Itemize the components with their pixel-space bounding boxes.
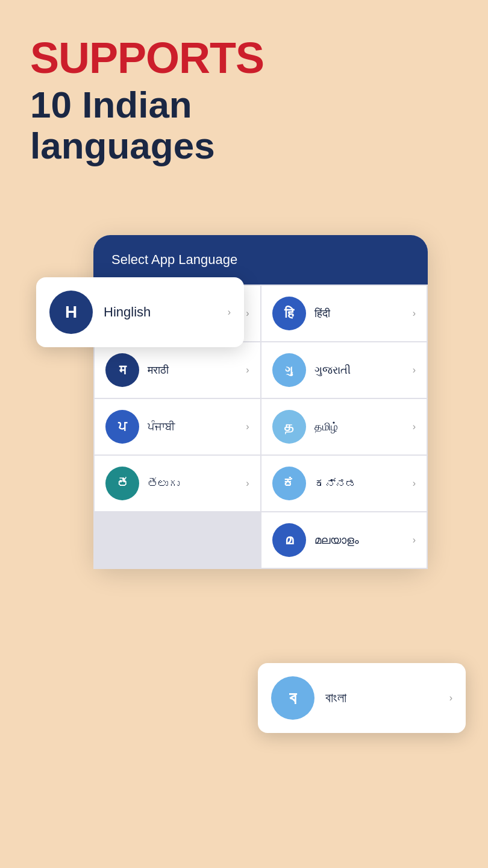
language-item-kannada[interactable]: ಕ ಕನ್ನಡ › (261, 456, 427, 511)
hinglish-name: Hinglish (104, 304, 217, 320)
supports-label: SUPPORTS (30, 36, 458, 80)
header-section: SUPPORTS 10 Indian languages (0, 0, 488, 184)
language-item-hindi[interactable]: हि हिंदी › (261, 286, 427, 341)
language-item-punjabi[interactable]: ਪ ਪੰਜਾਬੀ › (95, 399, 260, 454)
punjabi-name: ਪੰਜਾਬੀ (148, 421, 237, 433)
hindi-avatar: हि (272, 297, 306, 330)
language-item-tamil[interactable]: த தமிழ் › (261, 399, 427, 454)
tamil-chevron: › (413, 421, 416, 432)
gujarati-name: ગુજરાતી (314, 364, 404, 377)
hinglish-chevron: › (228, 307, 231, 318)
malayalam-chevron: › (413, 535, 416, 546)
telugu-chevron: › (246, 478, 249, 489)
kannada-name: ಕನ್ನಡ (314, 477, 404, 490)
language-item-telugu[interactable]: తె తెలుగు › (95, 456, 260, 511)
hinglish-avatar: H (49, 291, 93, 334)
malayalam-avatar: മ (272, 523, 306, 557)
marathi-chevron: › (246, 365, 249, 376)
language-item-malayalam[interactable]: മ മലയാളം › (261, 512, 427, 568)
language-item-gujarati[interactable]: ગુ ગુજરાતી › (261, 342, 427, 398)
bengali-chevron: › (449, 693, 452, 703)
telugu-avatar: తె (105, 467, 139, 500)
hindi-chevron: › (413, 308, 416, 319)
gujarati-avatar: ગુ (272, 353, 306, 387)
bengali-name: বাংলা (325, 690, 439, 706)
marathi-avatar: म (105, 353, 139, 387)
marathi-name: मराठी (148, 364, 237, 377)
kannada-avatar: ಕ (272, 467, 306, 500)
subtitle-text: 10 Indian languages (30, 84, 458, 166)
punjabi-chevron: › (246, 421, 249, 432)
english-chevron: › (246, 308, 249, 319)
telugu-name: తెలుగు (148, 477, 237, 490)
language-item-marathi[interactable]: म मराठी › (95, 342, 260, 398)
phone-header-title: Select App Language (111, 252, 237, 267)
gujarati-chevron: › (413, 365, 416, 376)
tamil-name: தமிழ் (314, 421, 404, 433)
punjabi-avatar: ਪ (105, 410, 139, 444)
hinglish-card[interactable]: H Hinglish › (36, 277, 244, 347)
bengali-card[interactable]: ব বাংলা › (258, 663, 466, 733)
bengali-avatar: ব (271, 676, 314, 720)
kannada-chevron: › (413, 478, 416, 489)
tamil-avatar: த (272, 410, 306, 444)
hindi-name: हिंदी (314, 307, 404, 320)
malayalam-name: മലയാളം (314, 534, 404, 547)
